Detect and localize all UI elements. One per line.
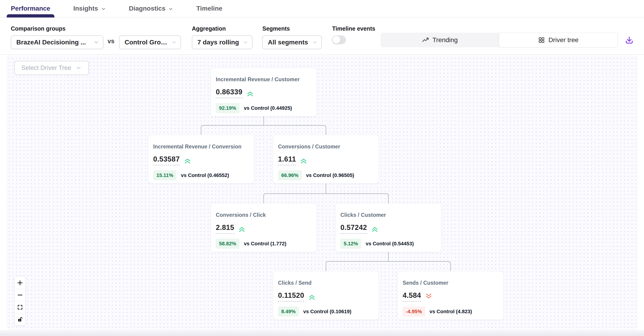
driver-tree-view-button[interactable]: Driver tree	[499, 33, 618, 47]
segments-value: All segments	[268, 39, 308, 46]
trend-up-icon	[238, 225, 246, 232]
chevron-down-icon	[75, 65, 82, 71]
tab-timeline[interactable]: Timeline	[192, 0, 226, 17]
tree-node-clicks-per-customer[interactable]: Clicks / Customer 0.57242 5.12% vs Contr…	[335, 203, 441, 252]
chevron-down-icon	[93, 39, 99, 45]
chevron-down-icon	[168, 6, 173, 11]
top-tab-bar: Performance Insights Diagnostics Timelin…	[0, 0, 644, 17]
comparison-group-b-select[interactable]: Control Group	[119, 35, 181, 49]
segments-label: Segments	[262, 25, 322, 32]
tree-node-conversions-per-click[interactable]: Conversions / Click 2.815 58.82% vs Cont…	[211, 203, 317, 252]
node-title: Conversions / Click	[216, 212, 312, 218]
download-button[interactable]	[624, 35, 635, 46]
vs-control-text: vs Control (0.96505)	[306, 172, 354, 178]
tree-node-incremental-revenue-per-conversion[interactable]: Incremental Revenue / Conversion 0.53587…	[148, 135, 254, 184]
tab-insights[interactable]: Insights	[69, 0, 110, 17]
aggregation-label: Aggregation	[192, 25, 252, 32]
lift-badge: 66.96%	[278, 170, 302, 180]
lock-button[interactable]	[15, 313, 25, 326]
tab-diagnostics[interactable]: Diagnostics	[125, 0, 178, 17]
node-value[interactable]: 4.584	[402, 291, 421, 302]
comparison-group-a-value: BrazeAI Decisioning ...	[16, 39, 86, 46]
trending-icon	[422, 36, 429, 44]
vs-control-text: vs Control (0.46552)	[181, 172, 229, 178]
trend-up-icon	[246, 89, 254, 97]
download-icon	[624, 36, 634, 45]
comparison-group-b-value: Control Group	[124, 39, 168, 46]
vs-label: vs	[108, 34, 114, 48]
comparison-group-a-select[interactable]: BrazeAI Decisioning ...	[11, 35, 104, 49]
timeline-events-label: Timeline events	[332, 25, 375, 32]
active-tab-underline	[7, 14, 54, 17]
tree-node-conversions-per-customer[interactable]: Conversions / Customer 1.611 66.96% vs C…	[273, 135, 379, 184]
tree-node-sends-per-customer[interactable]: Sends / Customer 4.584 -4.95% vs Control…	[398, 271, 504, 320]
node-value[interactable]: 0.11520	[278, 291, 304, 302]
node-title: Conversions / Customer	[278, 144, 374, 150]
driver-tree-view-label: Driver tree	[548, 36, 578, 44]
vs-control-text: vs Control (0.10619)	[303, 309, 351, 315]
filter-bar: Comparison groups BrazeAI Decisioning ..…	[0, 17, 644, 55]
unlock-icon	[17, 317, 23, 323]
trend-up-icon	[308, 293, 316, 300]
comparison-groups-filter: Comparison groups BrazeAI Decisioning ..…	[11, 25, 104, 49]
aggregation-value: 7 days rolling	[198, 39, 239, 46]
lift-badge: 8.49%	[278, 307, 299, 317]
chevron-down-icon	[171, 39, 177, 45]
node-value[interactable]: 0.57242	[340, 224, 367, 234]
node-value[interactable]: 2.815	[216, 224, 234, 234]
node-title: Incremental Revenue / Conversion	[153, 144, 249, 150]
comparison-group-b-wrap: Control Group	[119, 25, 181, 49]
fit-view-button[interactable]	[15, 301, 25, 313]
trend-up-icon	[300, 157, 308, 164]
canvas-controls	[15, 277, 25, 326]
lift-badge: 92.19%	[216, 103, 240, 113]
vs-control-text: vs Control (1.772)	[244, 241, 286, 247]
vs-control-text: vs Control (0.54453)	[366, 241, 414, 247]
aggregation-select[interactable]: 7 days rolling	[192, 35, 252, 49]
node-title: Clicks / Customer	[340, 212, 436, 218]
tab-performance[interactable]: Performance	[7, 0, 54, 17]
lift-badge: -4.95%	[402, 307, 425, 317]
fit-screen-icon	[17, 304, 23, 310]
tab-timeline-label: Timeline	[196, 5, 222, 12]
node-title: Incremental Revenue / Customer	[216, 76, 312, 83]
bottom-strip	[0, 330, 644, 336]
segments-filter: Segments All segments	[262, 25, 322, 49]
timeline-events-filter: Timeline events	[332, 25, 375, 44]
select-driver-tree-placeholder: Select Driver Tree	[22, 64, 71, 72]
driver-tree-canvas[interactable]: Select Driver Tree Incremental Revenue /…	[6, 55, 638, 330]
lift-badge: 15.11%	[153, 170, 176, 180]
trend-up-icon	[370, 225, 379, 232]
driver-tree-grid-icon	[538, 36, 545, 43]
zoom-out-button[interactable]	[15, 289, 25, 301]
vs-control-text: vs Control (0.44925)	[244, 105, 292, 111]
comparison-groups-label: Comparison groups	[11, 25, 104, 32]
tree-node-incremental-revenue-per-customer[interactable]: Incremental Revenue / Customer 0.86339 9…	[211, 68, 317, 116]
chevron-down-icon	[101, 6, 106, 11]
vs-control-text: vs Control (4.823)	[430, 309, 472, 315]
segments-select[interactable]: All segments	[262, 35, 322, 49]
trending-view-label: Trending	[432, 36, 458, 44]
lift-badge: 58.82%	[216, 239, 240, 249]
chevron-down-icon	[243, 39, 248, 45]
node-value[interactable]: 1.611	[278, 155, 296, 165]
trend-up-icon	[183, 157, 192, 164]
view-mode-switcher: Trending Driver tree	[380, 33, 618, 47]
node-value[interactable]: 0.53587	[153, 155, 180, 165]
aggregation-filter: Aggregation 7 days rolling	[192, 25, 252, 49]
select-driver-tree-dropdown[interactable]: Select Driver Tree	[14, 61, 89, 75]
zoom-in-button[interactable]	[15, 277, 25, 289]
tree-node-clicks-per-send[interactable]: Clicks / Send 0.11520 8.49% vs Control (…	[273, 271, 379, 320]
timeline-events-toggle[interactable]	[332, 35, 346, 44]
trending-view-button[interactable]: Trending	[380, 33, 499, 47]
performance-dashboard: Performance Insights Diagnostics Timelin…	[0, 0, 644, 336]
plus-icon	[17, 280, 23, 286]
toggle-knob	[332, 36, 340, 44]
chevron-down-icon	[312, 39, 318, 45]
minus-icon	[17, 292, 23, 298]
tab-insights-label: Insights	[73, 5, 98, 12]
node-value[interactable]: 0.86339	[216, 88, 242, 98]
node-title: Clicks / Send	[278, 280, 374, 286]
tab-performance-label: Performance	[11, 5, 50, 12]
lift-badge: 5.12%	[340, 239, 361, 249]
